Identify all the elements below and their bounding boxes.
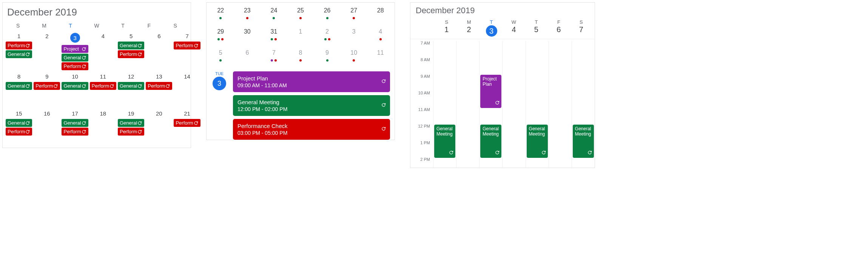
event-chip[interactable]: Perform [118, 50, 144, 58]
dot-grid-cell[interactable]: 10 [341, 48, 367, 69]
event-chip[interactable]: General [118, 42, 144, 49]
dot-grid-cell[interactable]: 25 [287, 6, 314, 27]
dot-grid-cell[interactable]: 22 [207, 6, 234, 27]
day-cell[interactable]: 1PerformGeneral [5, 31, 33, 71]
week-day-header[interactable]: T5 [525, 19, 547, 37]
dot-grid-cell[interactable]: 4 [367, 27, 394, 48]
day-cell[interactable]: 12General [117, 71, 145, 108]
event-chip[interactable]: General [118, 82, 144, 90]
day-cell[interactable]: 10General [61, 71, 89, 108]
event-chip[interactable]: Project [62, 45, 88, 53]
weekday-label: M [458, 19, 480, 25]
agenda-day-chip[interactable]: 3 [213, 77, 226, 90]
day-cell[interactable]: 18 [89, 108, 117, 145]
agenda-section: TUE 3 Project Plan09:00 AM - 11:00 AMGen… [207, 69, 394, 140]
timeline-event[interactable]: General Meeting [527, 125, 548, 158]
timeline-event[interactable]: General Meeting [434, 125, 455, 158]
agenda-item[interactable]: Project Plan09:00 AM - 11:00 AM [233, 71, 390, 92]
dot-grid-cell[interactable]: 2 [314, 27, 341, 48]
event-chip[interactable]: Perform [6, 128, 32, 136]
day-cell[interactable]: 9Perform [33, 71, 61, 108]
week-day-column[interactable]: General Meeting [572, 41, 595, 168]
dot-grid-cell[interactable]: 30 [234, 27, 261, 48]
dot-grid-cell[interactable]: 6 [234, 48, 261, 69]
week-day-column[interactable]: Project PlanGeneral Meeting [479, 41, 502, 168]
event-chip[interactable]: General [6, 119, 32, 127]
dot-grid-cell[interactable]: 28 [367, 6, 394, 27]
day-cell[interactable]: 3ProjectGeneralPerform [61, 31, 89, 71]
week-day-header[interactable]: F6 [547, 19, 570, 37]
day-cell[interactable]: 11Perform [89, 71, 117, 108]
dot-grid-cell[interactable]: 29 [207, 27, 234, 48]
weekday-label: T [57, 22, 83, 31]
day-cell[interactable]: 17GeneralPerform [61, 108, 89, 145]
event-chip[interactable]: Perform [118, 128, 144, 136]
dot-grid-cell[interactable]: 27 [341, 6, 367, 27]
week-day-header[interactable]: W4 [503, 19, 525, 37]
dot-grid-cell[interactable]: 11 [367, 48, 394, 69]
event-dot [271, 38, 273, 40]
event-chip[interactable]: Perform [174, 119, 200, 127]
week-day-column[interactable]: General Meeting [526, 41, 549, 168]
day-cell[interactable]: 21Perform [173, 108, 201, 145]
week-day-column[interactable] [456, 41, 479, 168]
day-cell[interactable]: 6 [145, 31, 173, 71]
event-chip[interactable]: General [62, 54, 88, 62]
week-day-header[interactable]: M2 [458, 19, 480, 37]
agenda-item[interactable]: Performance Check03:00 PM - 05:00 PM [233, 119, 390, 140]
day-cell[interactable]: 16 [33, 108, 61, 145]
event-chip[interactable]: Perform [90, 82, 116, 90]
day-cell[interactable]: 2 [33, 31, 61, 71]
dot-grid-cell[interactable]: 23 [234, 6, 261, 27]
week-day-column[interactable] [549, 41, 572, 168]
dot-grid-row: 567891011 [207, 48, 394, 69]
event-dot [271, 59, 273, 62]
dot-grid-cell[interactable]: 5 [207, 48, 234, 69]
dot-grid-cell[interactable]: 3 [341, 27, 367, 48]
week-day-column[interactable]: General Meeting [433, 41, 456, 168]
week-day-header[interactable]: S7 [570, 19, 592, 37]
event-chip[interactable]: General [62, 119, 88, 127]
dot-grid-cell[interactable]: 26 [314, 6, 341, 27]
event-dot [299, 17, 302, 19]
event-chip[interactable]: General [6, 50, 32, 58]
event-chip[interactable]: Perform [6, 42, 32, 49]
event-chip[interactable]: Perform [34, 82, 60, 90]
week-body[interactable]: 7 AM8 AM9 AM10 AM11 AM12 PM1 PM2 PM Gene… [410, 39, 595, 168]
week-day-header[interactable]: S1 [435, 19, 458, 37]
dot-grid-cell[interactable]: 31 [261, 27, 287, 48]
dot-grid-cell[interactable]: 8 [287, 48, 314, 69]
timeline-event[interactable]: Project Plan [480, 75, 501, 108]
event-dot [326, 59, 328, 62]
dot-grid-cell[interactable]: 24 [261, 6, 287, 27]
day-cell[interactable]: 7Perform [173, 31, 201, 71]
agenda-item[interactable]: General Meeting12:00 PM - 02:00 PM [233, 95, 390, 116]
timeline-event[interactable]: General Meeting [573, 125, 594, 158]
timeline-event[interactable]: General Meeting [480, 125, 501, 158]
weekday-label: S [162, 22, 188, 31]
event-chip[interactable]: Perform [62, 128, 88, 136]
day-cell[interactable]: 14 [173, 71, 201, 108]
recurring-icon [81, 120, 86, 126]
day-cell[interactable]: 5GeneralPerform [117, 31, 145, 71]
event-chip[interactable]: General [6, 82, 32, 90]
day-cell[interactable]: 15GeneralPerform [5, 108, 33, 145]
day-cell[interactable]: 20 [145, 108, 173, 145]
event-dots [287, 16, 314, 27]
dot-grid-cell[interactable]: 1 [287, 27, 314, 48]
event-chip[interactable]: General [118, 119, 144, 127]
day-cell[interactable]: 13Perform [145, 71, 173, 108]
day-cell[interactable]: 4 [89, 31, 117, 71]
week-day-header[interactable]: T3 [480, 19, 503, 37]
dot-grid-cell[interactable]: 7 [261, 48, 287, 69]
day-cell[interactable]: 19GeneralPerform [117, 108, 145, 145]
day-number: 10 [341, 48, 367, 59]
dot-grid-cell[interactable]: 9 [314, 48, 341, 69]
recurring-icon [541, 150, 546, 155]
event-chip[interactable]: Perform [146, 82, 172, 90]
event-chip[interactable]: General [62, 82, 88, 90]
week-day-column[interactable] [502, 41, 525, 168]
event-chip[interactable]: Perform [174, 42, 200, 49]
event-chip[interactable]: Perform [62, 62, 88, 70]
day-cell[interactable]: 8General [5, 71, 33, 108]
